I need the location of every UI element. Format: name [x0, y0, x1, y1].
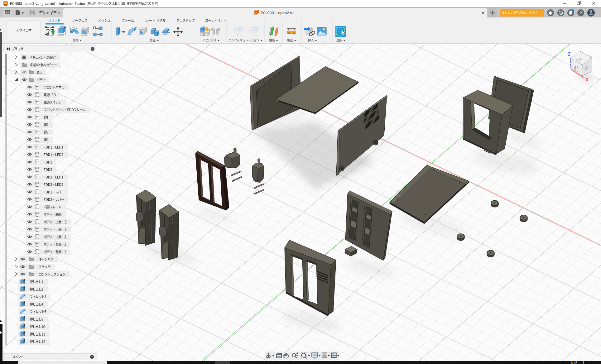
svg-text:F: F — [5, 2, 7, 5]
svg-text:PC-9881_open2 v1: PC-9881_open2 v1 — [261, 11, 294, 15]
svg-text:6:45: 6:45 — [571, 361, 577, 364]
svg-text:?: ? — [579, 11, 582, 15]
